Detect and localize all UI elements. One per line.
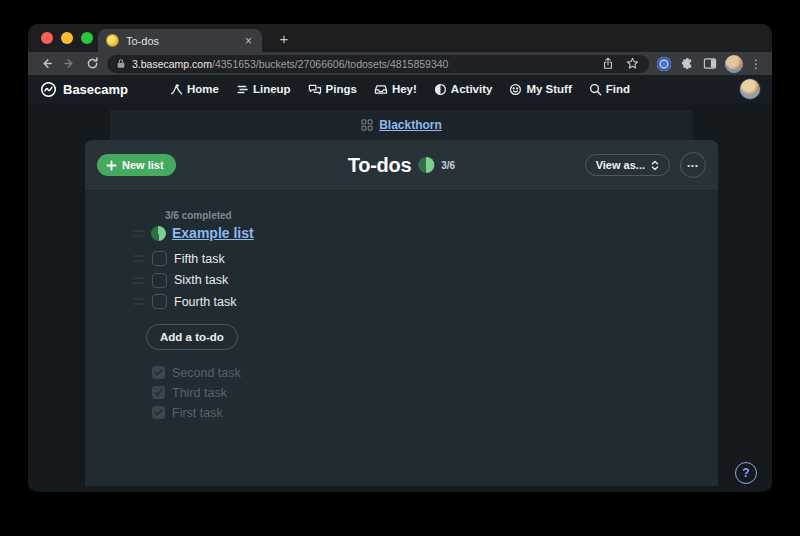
task-checkbox[interactable] xyxy=(152,251,167,266)
checked-checkbox[interactable] xyxy=(152,406,165,419)
completed-task-label[interactable]: First task xyxy=(172,406,223,420)
new-tab-button[interactable]: + xyxy=(274,28,294,48)
brand-label: Basecamp xyxy=(63,82,128,97)
browser-tab[interactable]: To-dos × xyxy=(98,29,262,52)
browser-window: To-dos × + 3.basecamp.com/4351653/bucket… xyxy=(28,24,772,492)
activity-icon xyxy=(434,83,447,96)
breadcrumb-project-link[interactable]: Blackthorn xyxy=(379,118,442,132)
task-row: Fifth task xyxy=(133,248,718,270)
plus-icon xyxy=(106,160,117,171)
browser-profile-avatar[interactable] xyxy=(725,55,743,73)
hey-inbox-icon xyxy=(374,83,388,96)
browser-toolbar: 3.basecamp.com/4351653/buckets/27066606/… xyxy=(28,52,772,75)
task-label[interactable]: Sixth task xyxy=(174,273,228,287)
nav-label: My Stuff xyxy=(526,83,571,95)
desktop: To-dos × + 3.basecamp.com/4351653/bucket… xyxy=(0,0,800,536)
checkmark-icon xyxy=(154,388,163,397)
completed-task-row: First task xyxy=(152,403,718,423)
progress-pie-icon xyxy=(418,157,434,173)
nav-label: Home xyxy=(187,83,219,95)
back-icon[interactable] xyxy=(38,56,54,72)
user-avatar[interactable] xyxy=(740,79,760,99)
bookmark-star-icon[interactable] xyxy=(624,56,640,72)
list-name-link[interactable]: Example list xyxy=(172,225,254,241)
home-icon xyxy=(170,83,183,96)
reload-icon[interactable] xyxy=(84,56,100,72)
completed-task-row: Second task xyxy=(152,363,718,383)
checked-checkbox[interactable] xyxy=(152,366,165,379)
nav-label: Activity xyxy=(451,83,493,95)
minimize-window-button[interactable] xyxy=(61,32,73,44)
breadcrumb[interactable]: Blackthorn xyxy=(361,117,442,133)
nav-label: Hey! xyxy=(392,83,417,95)
nav-item-my-stuff[interactable]: My Stuff xyxy=(509,83,571,96)
title-group: To-dos 3/6 xyxy=(348,140,455,190)
onepassword-extension-icon[interactable] xyxy=(656,56,672,72)
todos-card-header: New list To-dos 3/6 View as... ••• xyxy=(85,140,718,190)
share-icon[interactable] xyxy=(600,56,616,72)
basecamp-logo-icon xyxy=(40,81,57,98)
basecamp-header: Basecamp Home Lineup Pings Hey! xyxy=(28,75,772,103)
new-list-button[interactable]: New list xyxy=(97,154,176,176)
nav-item-pings[interactable]: Pings xyxy=(308,83,357,96)
pings-icon xyxy=(308,83,322,96)
view-as-label: View as... xyxy=(596,159,645,171)
completed-task-label[interactable]: Second task xyxy=(172,366,241,380)
nav-label: Lineup xyxy=(253,83,291,95)
window-controls xyxy=(41,32,93,44)
url-text: 3.basecamp.com/4351653/buckets/27066606/… xyxy=(132,58,594,70)
completed-task-label[interactable]: Third task xyxy=(172,386,227,400)
overflow-menu-button[interactable]: ••• xyxy=(680,152,706,178)
find-search-icon xyxy=(589,83,602,96)
card-header-actions: View as... ••• xyxy=(585,152,706,178)
list-summary: 3/6 completed xyxy=(165,210,718,221)
task-label[interactable]: Fourth task xyxy=(174,295,237,309)
completed-task-row: Third task xyxy=(152,383,718,403)
todos-page: Blackthorn New list To-dos 3/6 xyxy=(28,103,772,492)
task-checkbox[interactable] xyxy=(152,294,167,309)
nav-item-hey[interactable]: Hey! xyxy=(374,83,417,96)
task-label[interactable]: Fifth task xyxy=(174,252,225,266)
browser-titlebar: To-dos × + xyxy=(28,24,772,52)
extensions-puzzle-icon[interactable] xyxy=(679,56,695,72)
drag-handle-icon[interactable] xyxy=(133,298,145,305)
basecamp-brand[interactable]: Basecamp xyxy=(40,81,128,98)
add-todo-button[interactable]: Add a to-do xyxy=(146,324,238,350)
checked-checkbox[interactable] xyxy=(152,386,165,399)
task-row: Sixth task xyxy=(133,270,718,292)
nav-label: Pings xyxy=(326,83,357,95)
task-row: Fourth task xyxy=(133,291,718,313)
browser-menu-icon[interactable]: ⋮ xyxy=(750,57,762,71)
tab-close-icon[interactable]: × xyxy=(243,35,254,47)
nav-item-home[interactable]: Home xyxy=(170,83,219,96)
checkmark-icon xyxy=(154,408,163,417)
tab-title: To-dos xyxy=(126,35,243,47)
view-as-button[interactable]: View as... xyxy=(585,154,670,176)
nav-item-lineup[interactable]: Lineup xyxy=(236,83,291,96)
todos-card: New list To-dos 3/6 View as... ••• xyxy=(85,140,718,486)
drag-handle-icon[interactable] xyxy=(133,255,145,262)
sidebar-panel-icon[interactable] xyxy=(702,56,718,72)
basecamp-favicon-icon xyxy=(106,34,119,47)
drag-handle-icon[interactable] xyxy=(133,277,145,284)
up-down-chevrons-icon xyxy=(651,160,659,171)
help-button[interactable]: ? xyxy=(735,462,757,484)
zoom-window-button[interactable] xyxy=(81,32,93,44)
my-stuff-smiley-icon xyxy=(509,83,522,96)
nav-item-activity[interactable]: Activity xyxy=(434,83,493,96)
forward-icon[interactable] xyxy=(61,56,77,72)
list-progress-pie-icon xyxy=(151,226,166,241)
url-domain: 3.basecamp.com xyxy=(132,58,212,70)
address-bar[interactable]: 3.basecamp.com/4351653/buckets/27066606/… xyxy=(107,55,649,73)
new-list-label: New list xyxy=(122,159,164,171)
close-window-button[interactable] xyxy=(41,32,53,44)
drag-handle-icon[interactable] xyxy=(133,230,145,237)
lock-icon xyxy=(116,58,126,69)
task-checkbox[interactable] xyxy=(152,273,167,288)
todos-card-body: 3/6 completed Example list Fifth task xyxy=(85,190,718,423)
nav-item-find[interactable]: Find xyxy=(589,83,630,96)
lineup-icon xyxy=(236,83,249,96)
list-title-row: Example list xyxy=(133,225,718,241)
omnibox-actions xyxy=(600,56,640,72)
project-grid-icon xyxy=(361,119,373,131)
